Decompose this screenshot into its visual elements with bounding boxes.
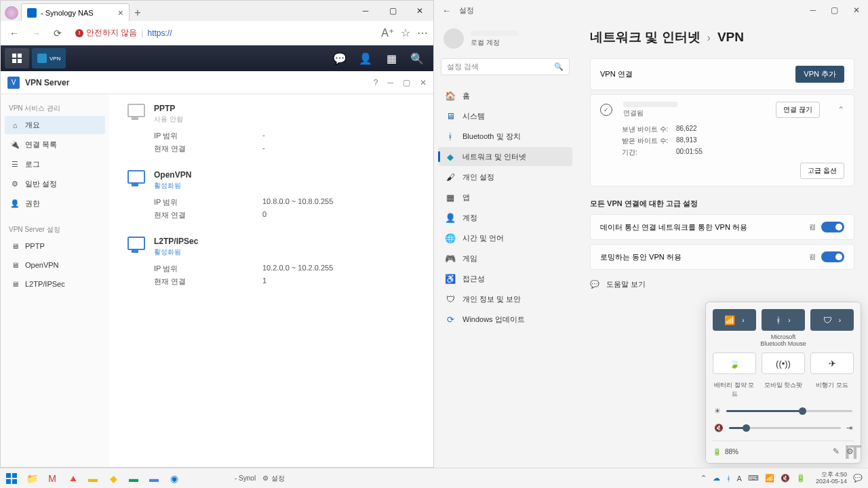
nav-apps[interactable]: ▦앱 bbox=[438, 188, 572, 207]
profile-avatar[interactable] bbox=[5, 6, 18, 20]
back-button[interactable]: ← bbox=[6, 25, 22, 41]
dsm-user-icon[interactable]: 👤 bbox=[353, 48, 378, 68]
tray-wifi-icon[interactable]: 📶 bbox=[765, 474, 774, 483]
vpn-close-icon[interactable]: ✕ bbox=[420, 78, 427, 87]
taskbar-task-settings[interactable]: ⚙설정 bbox=[262, 474, 285, 483]
volume-slider[interactable]: 🔇 ⇥ bbox=[714, 424, 852, 432]
warning-icon: ! bbox=[75, 29, 83, 37]
url-field[interactable]: ! 안전하지 않음 | https:// bbox=[71, 27, 376, 39]
hotspot-tile[interactable]: ((•)) bbox=[762, 352, 805, 374]
nav-update[interactable]: ⟳Windows 업데이트 bbox=[438, 310, 572, 329]
maximize-button[interactable]: ▢ bbox=[831, 5, 838, 15]
toggle-switch[interactable] bbox=[821, 251, 844, 262]
close-button[interactable]: ✕ bbox=[853, 5, 860, 15]
vpn-over-metered-row[interactable]: 데이터 통신 연결 네트워크를 통한 VPN 허용 켬 bbox=[590, 214, 854, 240]
nav-personalization[interactable]: 🖌개인 설정 bbox=[438, 167, 572, 186]
sidebar-item-l2tp[interactable]: 🖥L2TP/IPSec bbox=[5, 275, 105, 293]
vpn-connection-item[interactable]: ✓ 연결됨 연결 끊기 ⌃ 보낸 바이트 수:86,622 받은 바이트 수:8… bbox=[590, 94, 854, 186]
dsm-apps-button[interactable] bbox=[5, 48, 29, 68]
tray-battery-icon[interactable]: 🔋 bbox=[796, 474, 806, 483]
vpn-roaming-row[interactable]: 로밍하는 동안 VPN 허용 켬 bbox=[590, 244, 854, 270]
volume-mute-icon: 🔇 bbox=[714, 424, 724, 432]
close-button[interactable]: ✕ bbox=[406, 1, 433, 21]
gmail-icon[interactable]: M bbox=[46, 472, 58, 485]
docs-icon[interactable]: ▬ bbox=[148, 472, 160, 485]
nav-home[interactable]: 🏠홈 bbox=[438, 86, 572, 105]
battery-saver-tile[interactable]: 🍃 bbox=[713, 352, 756, 374]
sidebar-item-log[interactable]: ☰로그 bbox=[5, 155, 105, 174]
back-button[interactable]: ← bbox=[442, 5, 451, 16]
vpn-maximize-icon[interactable]: ▢ bbox=[403, 78, 410, 87]
bluetooth-tile[interactable]: ᚼ› bbox=[762, 309, 805, 331]
chevron-right-icon[interactable]: › bbox=[742, 317, 744, 324]
help-link[interactable]: 💬 도움말 보기 bbox=[590, 279, 854, 289]
wifi-tile[interactable]: 📶› bbox=[713, 309, 756, 331]
tray-onedrive-icon[interactable]: ☁ bbox=[713, 474, 720, 483]
chevron-right-icon[interactable]: › bbox=[839, 317, 841, 324]
tab-close-icon[interactable]: × bbox=[118, 7, 123, 18]
sidebar-item-privilege[interactable]: 👤권한 bbox=[5, 195, 105, 213]
gear-icon[interactable]: ⚙ bbox=[846, 447, 854, 456]
nav-network[interactable]: ◆네트워크 및 인터넷 bbox=[438, 147, 572, 166]
browser-tab[interactable]: - Synology NAS × bbox=[21, 3, 130, 21]
taskbar-clock[interactable]: 오후 4:50 2024-05-14 bbox=[816, 472, 847, 485]
nav-gaming[interactable]: 🎮게임 bbox=[438, 249, 572, 268]
chevron-right-icon[interactable]: › bbox=[788, 317, 790, 324]
sidebar-item-openvpn[interactable]: 🖥OpenVPN bbox=[5, 256, 105, 274]
tray-bluetooth-icon[interactable]: ᚼ bbox=[726, 474, 731, 483]
airplane-tile[interactable]: ✈ bbox=[810, 352, 854, 374]
breadcrumb-root[interactable]: 네트워크 및 인터넷 bbox=[590, 28, 701, 46]
forward-button[interactable]: → bbox=[28, 25, 44, 41]
vpn-minimize-icon[interactable]: ─ bbox=[387, 78, 393, 87]
advanced-options-button[interactable]: 고급 옵션 bbox=[800, 163, 844, 179]
dsm-task-vpn[interactable]: VPN bbox=[32, 48, 66, 68]
favorite-icon[interactable]: ☆ bbox=[401, 26, 410, 39]
tray-volume-icon[interactable]: 🔇 bbox=[781, 474, 790, 483]
dsm-chat-icon[interactable]: 💬 bbox=[328, 48, 352, 68]
chevron-up-icon[interactable]: ⌃ bbox=[837, 105, 844, 115]
sheets-icon[interactable]: ▬ bbox=[127, 472, 140, 485]
minimize-button[interactable]: ─ bbox=[352, 1, 379, 21]
new-tab-button[interactable]: + bbox=[130, 5, 146, 21]
nav-privacy[interactable]: 🛡개인 정보 및 보안 bbox=[438, 289, 572, 308]
toggle-switch[interactable] bbox=[821, 222, 844, 232]
tray-input-icon[interactable]: ⌨ bbox=[748, 474, 759, 483]
taskbar-task-browser[interactable]: - Synol bbox=[235, 474, 256, 482]
output-icon[interactable]: ⇥ bbox=[846, 424, 852, 432]
add-vpn-button[interactable]: VPN 추가 bbox=[795, 66, 844, 83]
reader-icon[interactable]: A⁺ bbox=[381, 26, 394, 39]
edge-icon[interactable]: ◉ bbox=[168, 472, 180, 485]
vpn-tile[interactable]: 🛡› bbox=[810, 309, 854, 331]
tray-notifications-icon[interactable]: 💬 bbox=[853, 474, 863, 483]
dsm-widget-icon[interactable]: ▦ bbox=[379, 48, 403, 68]
nav-time[interactable]: 🌐시간 및 언어 bbox=[438, 228, 572, 247]
sidebar-item-overview[interactable]: ⌂개요 bbox=[5, 116, 105, 134]
nav-system[interactable]: 🖥시스템 bbox=[438, 106, 572, 125]
refresh-button[interactable]: ⟳ bbox=[50, 25, 66, 41]
nav-accounts[interactable]: 👤계정 bbox=[438, 208, 572, 227]
start-button[interactable] bbox=[5, 472, 18, 485]
drive-icon[interactable]: 🔺 bbox=[66, 472, 79, 485]
tray-language[interactable]: A bbox=[737, 474, 742, 483]
nav-bluetooth[interactable]: ᚼBluetooth 및 장치 bbox=[438, 127, 572, 146]
slides-icon[interactable]: ▬ bbox=[87, 472, 99, 485]
brightness-slider[interactable]: ☀ bbox=[714, 407, 852, 415]
update-icon: ⟳ bbox=[445, 314, 456, 325]
user-block[interactable]: 로컬 계정 bbox=[438, 24, 572, 58]
sidebar-item-general[interactable]: ⚙일반 설정 bbox=[5, 175, 105, 193]
nav-accessibility[interactable]: ♿접근성 bbox=[438, 269, 572, 288]
tray-chevron-icon[interactable]: ⌃ bbox=[701, 474, 707, 483]
edit-icon[interactable]: ✎ bbox=[833, 447, 840, 456]
sidebar-item-connections[interactable]: 🔌연결 목록 bbox=[5, 136, 105, 154]
more-icon[interactable]: ⋯ bbox=[417, 26, 428, 39]
settings-search[interactable]: 설정 검색 🔍 bbox=[441, 58, 570, 75]
minimize-button[interactable]: ─ bbox=[810, 5, 816, 15]
address-bar: ← → ⟳ ! 안전하지 않음 | https:// A⁺ ☆ ⋯ bbox=[1, 21, 433, 45]
explorer-icon[interactable]: 📁 bbox=[26, 472, 38, 485]
disconnect-button[interactable]: 연결 끊기 bbox=[776, 102, 820, 118]
keep-icon[interactable]: ◆ bbox=[107, 472, 119, 485]
maximize-button[interactable]: ▢ bbox=[379, 1, 406, 21]
vpn-help-icon[interactable]: ? bbox=[374, 78, 378, 87]
sidebar-item-pptp[interactable]: 🖥PPTP bbox=[5, 237, 105, 255]
dsm-search-icon[interactable]: 🔍 bbox=[405, 48, 429, 68]
